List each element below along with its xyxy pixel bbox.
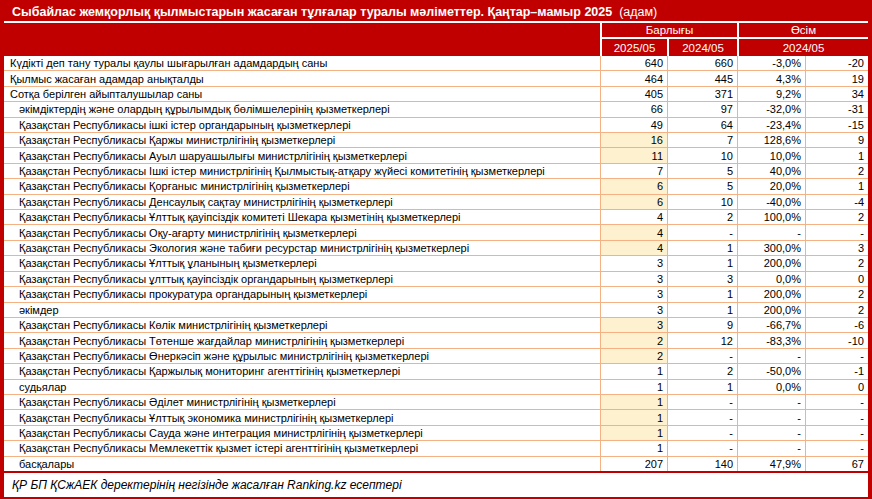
row-label: Қылмыс жасаған адамдар анықталды xyxy=(4,71,600,85)
table-row: Қазақстан Республикасы Қорғаныс министрл… xyxy=(4,179,868,194)
table-row: Қазақстан Республикасы Сауда және интегр… xyxy=(4,426,868,441)
cell-total-2025: 7 xyxy=(600,164,667,178)
cell-growth-abs: 2 xyxy=(805,256,868,270)
table-row: Қазақстан Республикасы Денсаулық сақтау … xyxy=(4,195,868,210)
table-row: Қазақстан Республикасы Қаржы министрлігі… xyxy=(4,133,868,148)
cell-total-2024: 1 xyxy=(667,241,737,255)
cell-growth-abs: - xyxy=(805,349,868,363)
table-row: судьялар 1 1 0,0% 0 xyxy=(4,380,868,395)
cell-growth-pct: 9,2% xyxy=(737,87,805,101)
cell-total-2024: - xyxy=(667,349,737,363)
table-row: Қазақстан Республикасы ұлттық қауіпсізді… xyxy=(4,272,868,287)
cell-growth-abs: 34 xyxy=(805,87,868,101)
cell-total-2024: 7 xyxy=(667,133,737,147)
cell-total-2025: 3 xyxy=(600,287,667,301)
row-label: Қазақстан Республикасы Денсаулық сақтау … xyxy=(4,195,600,209)
column-group-total: Барлығы xyxy=(600,23,737,37)
table-row: Қазақстан Республикасы ішкі істер органд… xyxy=(4,118,868,133)
cell-total-2024: - xyxy=(667,426,737,440)
cell-growth-pct: 200,0% xyxy=(737,287,805,301)
cell-growth-pct: 0,0% xyxy=(737,380,805,394)
table-row: Қазақстан Республикасы Оқу-ағарту минист… xyxy=(4,225,868,240)
row-label: әкімдер xyxy=(4,303,600,317)
cell-growth-pct: - xyxy=(737,225,805,239)
cell-growth-abs: -4 xyxy=(805,195,868,209)
table-row: Қазақстан Республикасы Ауыл шаруашылығы … xyxy=(4,148,868,163)
column-group-growth: Өсім xyxy=(737,23,868,37)
table-body: Күдікті деп тану туралы қаулы шығарылған… xyxy=(4,56,868,471)
cell-total-2025: 16 xyxy=(600,133,667,147)
row-label: Қазақстан Республикасы Әділет министрліг… xyxy=(4,395,600,409)
cell-growth-abs: 1 xyxy=(805,148,868,162)
cell-total-2025: 405 xyxy=(600,87,667,101)
column-total-2024: 2024/05 xyxy=(667,39,737,56)
cell-growth-pct: 0,0% xyxy=(737,272,805,286)
cell-total-2024: 660 xyxy=(667,56,737,70)
cell-growth-pct: -83,3% xyxy=(737,333,805,347)
header-year-row: 2025/05 2024/05 2024/05 xyxy=(600,39,868,56)
cell-growth-abs: - xyxy=(805,395,868,409)
table-row: Қазақстан Республикасы Ұлттық экономика … xyxy=(4,410,868,425)
table-header: Барлығы Өсім 2025/05 2024/05 2024/05 xyxy=(4,23,868,56)
cell-growth-abs: 2 xyxy=(805,287,868,301)
cell-total-2024: - xyxy=(667,225,737,239)
cell-growth-pct: -40,0% xyxy=(737,195,805,209)
cell-growth-pct: 128,6% xyxy=(737,133,805,147)
table-row: Қазақстан Республикасы Төтенше жағдайлар… xyxy=(4,333,868,348)
cell-total-2025: 6 xyxy=(600,179,667,193)
cell-total-2024: 445 xyxy=(667,71,737,85)
cell-growth-abs: - xyxy=(805,410,868,424)
cell-total-2024: - xyxy=(667,395,737,409)
cell-total-2025: 207 xyxy=(600,457,667,471)
row-label: Қазақстан Республикасы Ұлттық ұланының қ… xyxy=(4,256,600,270)
table-row: Қазақстан Республикасы Көлік министрлігі… xyxy=(4,318,868,333)
report-title-text: Сыбайлас жемқорлық қылмыстарын жасаған т… xyxy=(12,5,612,19)
cell-total-2024: 140 xyxy=(667,457,737,471)
row-label: Қазақстан Республикасы Мемлекеттік қызме… xyxy=(4,441,600,455)
cell-total-2024: 1 xyxy=(667,380,737,394)
row-label: Сотқа берілген айыпталушылар саны xyxy=(4,87,600,101)
cell-growth-pct: -3,0% xyxy=(737,56,805,70)
cell-growth-pct: 20,0% xyxy=(737,179,805,193)
cell-total-2025: 1 xyxy=(600,364,667,378)
cell-total-2024: 10 xyxy=(667,148,737,162)
table-row: Күдікті деп тану туралы қаулы шығарылған… xyxy=(4,56,868,71)
cell-total-2024: 10 xyxy=(667,195,737,209)
table-row: Қазақстан Республикасы прокуратура орган… xyxy=(4,287,868,302)
corruption-report-table: Сыбайлас жемқорлық қылмыстарын жасаған т… xyxy=(0,0,872,499)
cell-growth-abs: -6 xyxy=(805,318,868,332)
cell-total-2024: 5 xyxy=(667,179,737,193)
cell-total-2024: - xyxy=(667,441,737,455)
cell-total-2024: 64 xyxy=(667,118,737,132)
cell-growth-pct: - xyxy=(737,349,805,363)
table-row: Қазақстан Республикасы Экология және таб… xyxy=(4,241,868,256)
row-label: Қазақстан Республикасы Қаржы министрлігі… xyxy=(4,133,600,147)
cell-growth-abs: 3 xyxy=(805,241,868,255)
cell-total-2025: 3 xyxy=(600,303,667,317)
cell-total-2024: 9 xyxy=(667,318,737,332)
cell-growth-abs: 2 xyxy=(805,210,868,224)
header-label-spacer xyxy=(4,23,600,56)
table-row: әкімдер 3 1 200,0% 2 xyxy=(4,303,868,318)
cell-growth-abs: -15 xyxy=(805,118,868,132)
cell-total-2024: - xyxy=(667,410,737,424)
cell-growth-pct: -66,7% xyxy=(737,318,805,332)
row-label: Қазақстан Республикасы прокуратура орган… xyxy=(4,287,600,301)
table-row: Қазақстан Республикасы Қаржылық монитори… xyxy=(4,364,868,379)
cell-growth-abs: 1 xyxy=(805,179,868,193)
cell-total-2024: 5 xyxy=(667,164,737,178)
table-row: басқалары 207 140 47,9% 67 xyxy=(4,457,868,471)
cell-growth-pct: 10,0% xyxy=(737,148,805,162)
row-label: Қазақстан Республикасы Өнеркәсіп және құ… xyxy=(4,349,600,363)
cell-growth-pct: 4,3% xyxy=(737,71,805,85)
cell-growth-abs: - xyxy=(805,441,868,455)
cell-total-2025: 66 xyxy=(600,102,667,116)
cell-growth-pct: 200,0% xyxy=(737,303,805,317)
cell-total-2025: 11 xyxy=(600,148,667,162)
cell-growth-pct: 40,0% xyxy=(737,164,805,178)
cell-total-2025: 2 xyxy=(600,349,667,363)
cell-total-2024: 97 xyxy=(667,102,737,116)
cell-growth-abs: - xyxy=(805,225,868,239)
cell-total-2025: 640 xyxy=(600,56,667,70)
row-label: Қазақстан Республикасы Ұлттық қауіпсізді… xyxy=(4,210,600,224)
